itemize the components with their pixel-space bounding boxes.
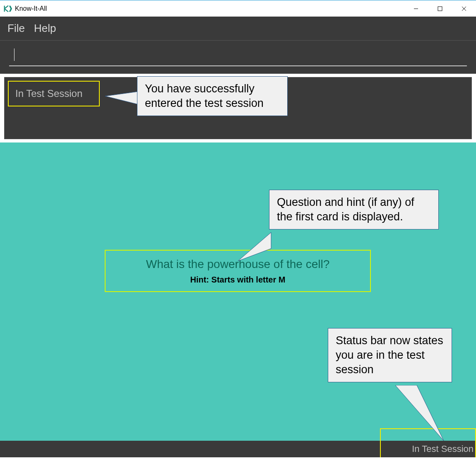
close-button[interactable] [452,0,476,17]
callout-2-tail [238,232,275,265]
menubar: File Help [0,17,476,41]
minimize-button[interactable] [404,0,428,17]
window-controls [404,0,476,17]
command-input[interactable] [9,45,467,66]
callout-3-tail [394,385,448,443]
app-title: Know-It-All [15,5,47,12]
input-area [0,41,476,74]
session-label-highlight: In Test Session [8,81,100,106]
titlebar: Know-It-All [0,0,476,17]
callout-session-entered: You have successfully entered the test s… [137,76,288,116]
menu-file[interactable]: File [7,22,25,35]
statusbar-text: In Test Session [412,444,474,454]
maximize-button[interactable] [428,0,452,17]
hint-text: Hint: Starts with letter M [190,275,285,285]
titlebar-left: Know-It-All [3,4,47,13]
statusbar: In Test Session [0,441,476,457]
session-label: In Test Session [15,88,82,99]
menu-help[interactable]: Help [34,22,56,35]
callout-statusbar: Status bar now states you are in the tes… [328,328,452,382]
svg-marker-6 [395,385,444,441]
svg-marker-5 [238,232,271,261]
app-icon [3,4,12,13]
svg-rect-1 [438,7,442,11]
svg-marker-4 [105,92,138,104]
text-cursor [14,48,14,61]
callout-question-displayed: Question and hint (if any) of the first … [269,190,439,229]
